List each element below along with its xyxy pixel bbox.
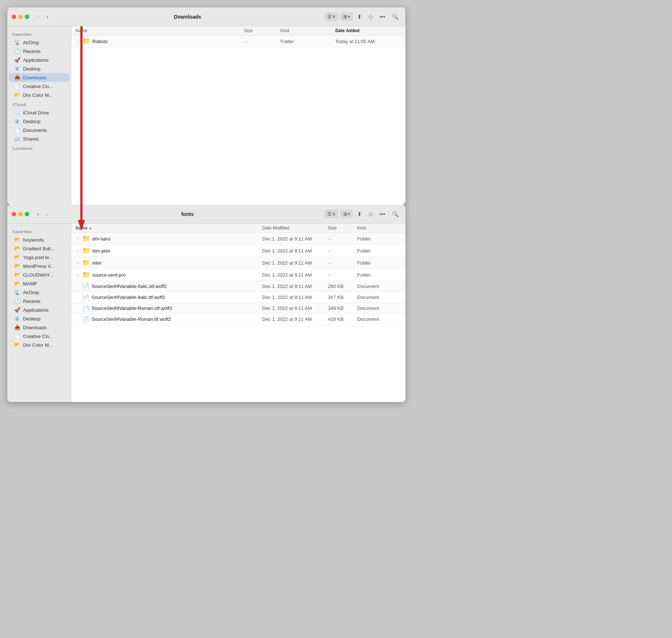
file-size: -- — [328, 236, 357, 242]
wordpress-icon: 📂 — [14, 263, 20, 269]
folder-icon: 📁 — [82, 37, 90, 45]
bottom-sidebar-applications[interactable]: 🚀 Applications — [9, 305, 69, 314]
file-kind: Document — [357, 316, 401, 322]
grid-view-button[interactable]: ⊞ ▾ — [340, 12, 353, 21]
bottom-col-size[interactable]: Size — [328, 225, 357, 231]
sidebar-item-label: Applications — [23, 307, 49, 313]
bottom-search-button[interactable]: 🔍 — [390, 210, 401, 219]
bottom-col-date-modified[interactable]: Date Modified — [262, 225, 328, 231]
bottom-tag-button[interactable]: ◇ — [366, 210, 375, 219]
bottom-sidebar-desktop[interactable]: 🖥 Desktop — [9, 314, 69, 323]
file-kind: Document — [357, 305, 401, 311]
sidebar-item-label: WordPress V... — [23, 263, 54, 269]
file-size: -- — [244, 39, 280, 44]
bottom-col-name[interactable]: Name ▲ — [76, 225, 262, 231]
close-button[interactable] — [12, 15, 16, 19]
icloud-drive-icon: ☁️ — [14, 110, 20, 115]
file-row-dm-sans[interactable]: › 📁 dm-sans Dec 1, 2022 at 9:11 AM -- Fo… — [71, 233, 405, 245]
file-row-source-serif-roman-ttf[interactable]: › 📄 SourceSerif4Variable-Roman.ttf.woff2… — [71, 314, 405, 325]
file-kind: Folder — [357, 236, 401, 242]
traffic-lights — [12, 15, 29, 19]
bottom-sidebar-gradient[interactable]: 📂 Gradient Buil... — [9, 244, 69, 253]
file-name: SourceSerif4Variable-Roman.otf.woff2 — [92, 305, 172, 311]
bottom-close-button[interactable] — [12, 212, 16, 216]
bottom-sidebar-keywords[interactable]: 📂 Keywords — [9, 235, 69, 244]
bottom-content-area: Favorites 📂 Keywords 📂 Gradient Buil... … — [7, 224, 405, 402]
bottom-sidebar-mamp[interactable]: 📂 MAMP — [9, 279, 69, 288]
sidebar-item-icloud-drive[interactable]: ☁️ iCloud Drive — [9, 108, 69, 117]
bottom-minimize-button[interactable] — [18, 212, 23, 216]
sidebar-item-divi-color[interactable]: 📂 Divi Color M... — [9, 91, 69, 99]
bottom-fullscreen-button[interactable] — [25, 212, 29, 216]
file-row-roboto[interactable]: › 📁 Roboto -- Folder Today at 11:05 AM — [71, 35, 405, 48]
sidebar-item-applications[interactable]: 🚀 Applications — [9, 56, 69, 64]
documents-icon: 📄 — [14, 127, 20, 133]
file-name: SourceSerif4Variable-Roman.ttf.woff2 — [92, 316, 171, 322]
bottom-sidebar-airdrop[interactable]: 📡 AirDrop — [9, 288, 69, 297]
file-kind: Document — [357, 295, 401, 300]
sidebar-item-airdrop[interactable]: 📡 AirDrop — [9, 38, 69, 47]
downloads-icon: 📥 — [14, 75, 20, 80]
folder-icon: 📁 — [82, 235, 90, 243]
search-button[interactable]: 🔍 — [390, 12, 401, 21]
back-button[interactable]: ‹ — [35, 13, 41, 21]
file-row-source-serif-italic-otf[interactable]: › 📄 SourceSerif4Variable-Italic.otf.woff… — [71, 281, 405, 292]
file-row-source-serif-pro[interactable]: › 📁 source-serif-pro Dec 1, 2022 at 9:11… — [71, 269, 405, 281]
file-name: SourceSerif4Variable-Italic.otf.woff2 — [92, 284, 167, 289]
sidebar-item-label: CLOUDWAY... — [23, 272, 53, 278]
more-button[interactable]: ••• — [377, 12, 387, 21]
bottom-empty-space — [71, 325, 405, 398]
file-row-source-serif-roman-otf[interactable]: › 📄 SourceSerif4Variable-Roman.otf.woff2… — [71, 303, 405, 314]
bottom-sidebar-recents[interactable]: 🕐 Recents — [9, 297, 69, 305]
bottom-divi-icon: 📂 — [14, 342, 20, 348]
fullscreen-button[interactable] — [25, 15, 29, 19]
file-name-cell: › 📄 SourceSerif4Variable-Roman.otf.woff2 — [76, 305, 262, 312]
sidebar-item-documents[interactable]: 📄 Documents — [9, 126, 69, 134]
bottom-col-kind[interactable]: Kind — [357, 225, 401, 231]
file-name-cell: › 📁 inter — [76, 259, 262, 267]
gradient-icon: 📂 — [14, 246, 20, 251]
bottom-list-view-button[interactable]: ☰ ⇅ — [324, 210, 338, 218]
top-column-headers: Name Size Kind Date Added — [71, 26, 405, 35]
bottom-sidebar-cloudway[interactable]: 📂 CLOUDWAY... — [9, 270, 69, 279]
bottom-back-button[interactable]: ‹ — [35, 210, 41, 218]
sidebar-item-label: Recents — [23, 299, 41, 304]
file-size: 428 KB — [328, 316, 357, 322]
row-chevron-icon: › — [76, 249, 80, 253]
bottom-grid-view-button[interactable]: ⊞ ▾ — [340, 210, 353, 218]
file-date: Today at 11:05 AM — [335, 39, 401, 44]
locations-header: Locations — [7, 143, 71, 152]
shared-icon: 🗂 — [14, 136, 20, 142]
share-button[interactable]: ⬆ — [355, 12, 364, 21]
col-date-added[interactable]: Date Added — [335, 28, 401, 33]
bottom-sidebar-downloads[interactable]: 📥 Downloads — [9, 323, 69, 332]
sidebar-item-desktop[interactable]: 🖥 Desktop — [9, 64, 69, 73]
sidebar-item-label: Desktop — [23, 119, 41, 124]
icloud-header: iCloud — [7, 99, 71, 108]
file-row-inter[interactable]: › 📁 inter Dec 1, 2022 at 9:11 AM -- Fold… — [71, 257, 405, 269]
sidebar-item-downloads[interactable]: 📥 Downloads — [9, 73, 69, 82]
tag-button[interactable]: ◇ — [366, 12, 375, 21]
forward-button[interactable]: › — [44, 13, 50, 21]
sidebar-item-label: Downloads — [23, 325, 46, 330]
sidebar-item-creative-cloud[interactable]: 📄 Creative Clo... — [9, 82, 69, 91]
bottom-sidebar-wordpress[interactable]: 📂 WordPress V... — [9, 262, 69, 270]
bottom-sort-icon: ⇅ — [332, 212, 335, 216]
bottom-sidebar-yoga[interactable]: 📂 Yoga post te... — [9, 253, 69, 262]
list-view-button[interactable]: ☰ ⇅ — [324, 12, 338, 21]
sidebar-item-shared[interactable]: 🗂 Shared — [9, 134, 69, 143]
sidebar-item-icloud-desktop[interactable]: 🖥 Desktop — [9, 117, 69, 126]
sidebar-item-label: Yoga post te... — [23, 255, 53, 260]
bottom-more-button[interactable]: ••• — [377, 210, 387, 218]
file-row-source-serif-italic-ttf[interactable]: › 📄 SourceSerif4Variable-Italic.ttf.woff… — [71, 292, 405, 303]
minimize-button[interactable] — [18, 15, 23, 19]
col-name[interactable]: Name — [76, 28, 244, 33]
bottom-sidebar-creative-cloud[interactable]: 📄 Creative Clo... — [9, 332, 69, 341]
bottom-share-button[interactable]: ⬆ — [355, 210, 364, 219]
sidebar-item-recents[interactable]: 🕐 Recents — [9, 47, 69, 56]
col-size[interactable]: Size — [244, 28, 280, 33]
file-row-ibm-plex[interactable]: › 📁 ibm-plex Dec 1, 2022 at 9:11 AM -- F… — [71, 245, 405, 257]
bottom-forward-button[interactable]: › — [44, 210, 50, 218]
col-kind[interactable]: Kind — [280, 28, 335, 33]
bottom-sidebar-divi[interactable]: 📂 Divi Color M... — [9, 341, 69, 349]
